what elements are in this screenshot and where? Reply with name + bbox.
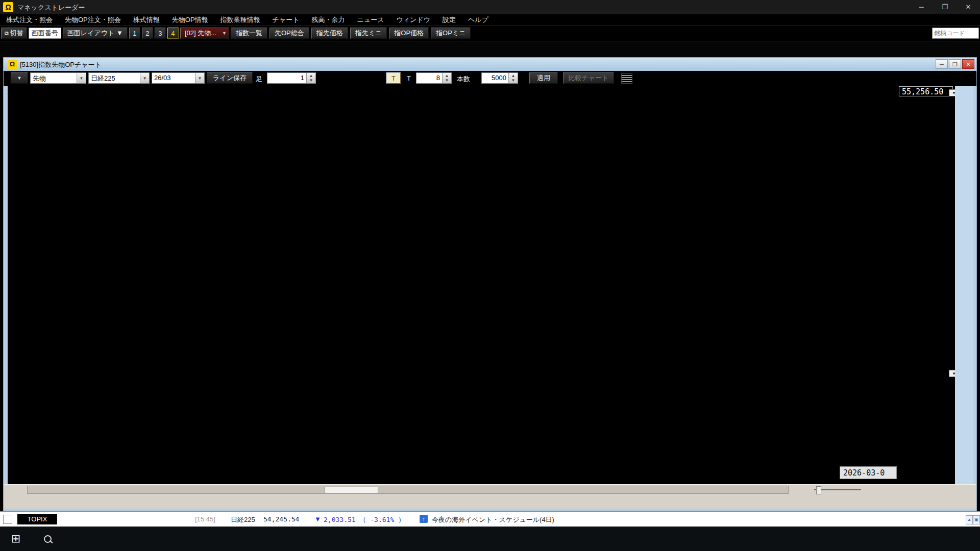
chart-type-button[interactable]: ▼ [11,72,28,84]
chart-maximize-button[interactable]: ❐ [949,59,961,69]
tick-stepper[interactable]: 8 ▲▼ [416,72,452,84]
taskbar-search-button[interactable] [32,527,63,551]
app-title: マネックストレーダー [17,3,85,12]
scrollbar-track[interactable] [27,486,789,494]
compare-chart-button[interactable]: 比較チャート [563,72,614,84]
search-icon [44,535,52,543]
symbol-code-input[interactable] [932,28,979,39]
bars-value: 5000 [482,73,508,83]
index-selector[interactable]: TOPIX [17,514,57,524]
toolbar-button-指数一覧[interactable]: 指数一覧 [231,28,267,39]
chart-minimize-button[interactable]: ─ [936,59,948,69]
screen-button-1[interactable]: 1 [129,28,140,39]
bars-stepper[interactable]: 5000 ▲▼ [481,72,518,84]
chevron-down-icon: ▼ [77,73,86,83]
screen-number-button[interactable]: 画面番号 [29,28,61,39]
chevron-down-icon: ▼ [140,73,149,83]
current-price-box: 55,256.50 [899,86,953,96]
index-change: 2,033.51 （ -3.61% ） [324,515,405,524]
menu-item-株式注文・照会[interactable]: 株式注文・照会 [0,15,59,24]
preset-dropdown[interactable]: [02] 先物... ▼ [180,28,229,39]
menu-item-設定[interactable]: 設定 [436,15,462,24]
menu-item-ヘルプ[interactable]: ヘルプ [462,15,495,24]
ashi-label: 足 [256,74,262,84]
app-logo-icon: Ω [3,2,13,12]
contract-value: 26/03 [152,73,195,83]
indicator-list-icon[interactable] [621,73,632,84]
menu-item-先物OP注文・照会[interactable]: 先物OP注文・照会 [59,15,127,24]
index-price: 54,245.54 [263,515,299,523]
apply-button[interactable]: 適用 [529,72,558,84]
date-tooltip-box: 2026-03-0 [840,466,897,479]
menu-item-先物OP情報[interactable]: 先物OP情報 [166,15,214,24]
windows-switch-icon: ⧉ [5,30,9,37]
chart-window-icon: Ω [8,60,17,69]
down-arrow-icon: ▼ [314,515,321,523]
chart-window: Ω [5130]指数先物OPチャート ─ ❐ ✕ ▼ 先物 ▼ 日経225 ▼ … [3,57,977,511]
status-dock-button[interactable]: ▣ [973,515,980,524]
index-name: 日経225 [231,515,255,524]
chart-scrollbar-row [4,484,976,495]
scrollbar-thumb[interactable] [325,487,378,494]
chart-window-title: [5130]指数先物OPチャート [20,60,102,69]
toolbar-button-指先価格[interactable]: 指先価格 [311,28,348,39]
menu-item-ウィンドウ[interactable]: ウィンドウ [390,15,436,24]
status-bar: TOPIX [15:45] 日経225 54,245.54 ▼ 2,033.51… [0,512,980,527]
quote-time: [15:45] [195,515,215,523]
chart-control-row: ▼ 先物 ▼ 日経225 ▼ 26/03 ▼ ライン保存 足 1 ▲▼ T T [4,71,976,86]
chart-tab-row [4,494,976,509]
menu-item-株式情報[interactable]: 株式情報 [127,15,166,24]
main-toolbar: ⧉ 切替 画面番号 画面レイアウト ▼ 1234 [02] 先物... ▼ 指数… [0,26,980,41]
chart-window-titlebar[interactable]: Ω [5130]指数先物OPチャート ─ ❐ ✕ [4,58,976,71]
close-button[interactable]: ✕ [957,0,980,14]
menu-item-指数業種情報[interactable]: 指数業種情報 [214,15,266,24]
tick-label: T [407,74,411,82]
chart-close-button[interactable]: ✕ [962,59,974,69]
ashi-stepper[interactable]: 1 ▲▼ [267,72,316,84]
chart-area: 最大 : 55,720 (2026/03/04) 最小 : 54,740 (20… [8,86,973,484]
app-titlebar: Ω マネックストレーダー ─ ❐ ✕ [0,0,980,14]
drawing-tool-strip [955,86,973,484]
toolbar-button-指先ミニ[interactable]: 指先ミニ [350,28,387,39]
news-ticker[interactable]: 今夜の海外イベント・スケジュール(4日) [432,515,554,524]
category-value: 先物 [31,73,77,83]
bars-label: 本数 [457,74,470,84]
screen-button-4[interactable]: 4 [167,28,179,39]
up-arrow-icon[interactable]: ↑ [420,515,428,523]
chevron-down-icon: ▼ [195,73,204,83]
chevron-down-icon: ▼ [17,76,22,81]
quick-button-group: 指数一覧先OP総合指先価格指先ミニ指OP価格指OPミニ [231,28,471,39]
screen-layout-button[interactable]: 画面レイアウト ▼ [63,28,128,39]
ashi-value: 1 [267,73,306,83]
preset-dropdown-value: [02] 先物... [185,29,216,38]
start-button[interactable]: ⊞ [0,527,32,551]
price-chart-canvas[interactable] [8,86,954,484]
toolbar-button-指OPミニ[interactable]: 指OPミニ [431,28,471,39]
symbol-value: 日経225 [89,73,140,83]
maximize-button[interactable]: ❐ [933,0,957,14]
status-checkbox[interactable] [3,515,12,524]
minimize-button[interactable]: ─ [910,0,933,14]
line-save-button[interactable]: ライン保存 [207,72,253,84]
tick-mode-button[interactable]: T [386,72,401,84]
toolbar-button-先OP総合[interactable]: 先OP総合 [270,28,309,39]
spinner-arrows-icon[interactable]: ▲▼ [508,73,518,83]
menu-item-ニュース[interactable]: ニュース [351,15,390,24]
contract-select[interactable]: 26/03 ▼ [152,72,205,84]
chevron-down-icon: ▼ [222,31,227,36]
category-select[interactable]: 先物 ▼ [30,72,86,84]
desktop: Ω マネックストレーダー ─ ❐ ✕ 株式注文・照会先物OP注文・照会株式情報先… [0,0,980,551]
symbol-select[interactable]: 日経225 ▼ [88,72,150,84]
spinner-arrows-icon[interactable]: ▲▼ [442,73,451,83]
spinner-arrows-icon[interactable]: ▲▼ [306,73,315,83]
windows-logo-icon: ⊞ [11,532,20,545]
screen-number-group: 1234 [129,28,179,39]
menu-item-残高・余力[interactable]: 残高・余力 [306,15,351,24]
toolbar-button-指OP価格[interactable]: 指OP価格 [389,28,429,39]
menu-item-チャート[interactable]: チャート [266,15,306,24]
screen-button-3[interactable]: 3 [155,28,166,39]
status-up-button[interactable]: ▲ [966,515,973,524]
screen-button-2[interactable]: 2 [142,28,153,39]
switch-screen-button[interactable]: ⧉ 切替 [1,28,27,39]
zoom-slider-thumb[interactable] [816,486,821,494]
